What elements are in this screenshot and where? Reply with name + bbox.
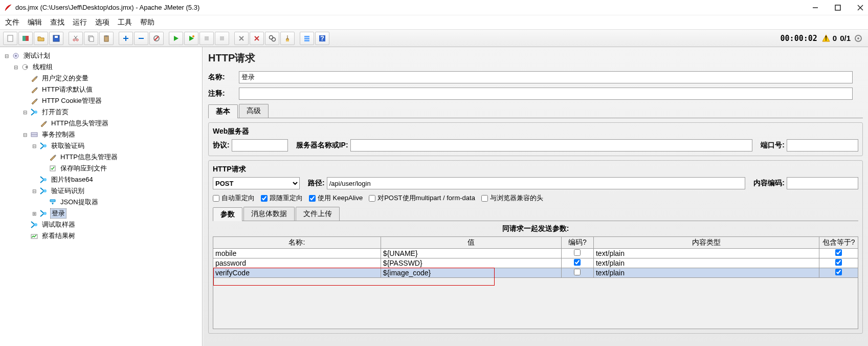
tree-login[interactable]: ⊞登录 [31, 208, 202, 219]
tree-captcha-ocr[interactable]: ⊟验证码识别 [31, 185, 202, 197]
svg-rect-30 [304, 40, 309, 41]
tree-test-plan[interactable]: ⊟ 测试计划 [3, 50, 202, 61]
warning-icon[interactable]: ! [821, 34, 831, 43]
toggle-icon[interactable]: ⊟ [21, 132, 29, 138]
tree-debug-sampler[interactable]: 调试取样器 [21, 219, 202, 230]
check-auto-redirect[interactable]: 自动重定向 [213, 193, 255, 203]
function-helper-button[interactable] [300, 32, 314, 45]
menu-options[interactable]: 选项 [95, 18, 109, 27]
svg-point-26 [272, 37, 276, 41]
toggle-icon[interactable]: ⊟ [31, 188, 38, 194]
save-button[interactable] [49, 32, 63, 45]
svg-rect-1 [835, 5, 840, 10]
encoding-label: 内容编码: [753, 179, 785, 188]
menu-file[interactable]: 文件 [5, 18, 19, 27]
table-row[interactable]: mobile${UNAME}text/plain [213, 249, 858, 258]
tree-cookie-mgr[interactable]: HTTP Cookie管理器 [21, 95, 202, 106]
svg-point-46 [43, 212, 47, 215]
minimize-button[interactable] [812, 4, 819, 11]
svg-point-42 [43, 144, 47, 147]
clear-button[interactable] [234, 32, 249, 45]
new-button[interactable] [3, 32, 17, 45]
sampler-icon [30, 107, 39, 117]
check-browser-headers[interactable]: 与浏览器兼容的头 [481, 193, 543, 203]
name-input[interactable] [239, 71, 853, 83]
tree-txn-ctrl[interactable]: ⊟事务控制器 [21, 129, 202, 140]
maximize-button[interactable] [834, 4, 841, 11]
tree-pane[interactable]: ⊟ 测试计划 ⊟ 线程组 用户定义的变量 [0, 47, 203, 346]
controller-icon [30, 130, 39, 139]
protocol-input[interactable] [232, 139, 288, 152]
tabbar: 基本 高级 [208, 104, 863, 118]
shutdown-button[interactable] [215, 32, 229, 45]
col-name: 名称: [213, 237, 381, 249]
threads-icon[interactable] [854, 34, 863, 43]
table-row[interactable]: verifyCode${image_code}text/plain [213, 268, 858, 278]
expand-button[interactable] [119, 32, 133, 45]
port-input[interactable] [787, 139, 858, 152]
clear-all-button[interactable] [250, 32, 264, 45]
comment-input[interactable] [239, 88, 853, 100]
search-button[interactable] [265, 32, 279, 45]
tree-http-defaults[interactable]: HTTP请求默认值 [21, 84, 202, 95]
cut-button[interactable] [69, 32, 83, 45]
titlebar: dos.jmx (C:\Users\Jeff\Desktop\dos.jmx) … [0, 0, 868, 15]
menu-run[interactable]: 运行 [73, 18, 87, 27]
tree-open-home-header[interactable]: HTTP信息头管理器 [31, 118, 202, 129]
menu-help[interactable]: 帮助 [140, 18, 154, 27]
config-icon [39, 119, 48, 128]
subtab-body[interactable]: 消息体数据 [243, 207, 295, 221]
tree-json-extractor[interactable]: JSON提取器 [40, 197, 202, 208]
start-no-pauses-button[interactable] [184, 32, 198, 45]
tree-get-captcha[interactable]: ⊟获取验证码 [31, 140, 202, 152]
table-row[interactable]: password${PASSWD}text/plain [213, 258, 858, 268]
tree-thread-group[interactable]: ⊟ 线程组 [12, 61, 202, 73]
tab-advanced[interactable]: 高级 [239, 104, 269, 118]
open-button[interactable] [34, 32, 48, 45]
toggle-icon[interactable]: ⊟ [31, 143, 38, 149]
app-icon [4, 4, 12, 12]
check-keepalive[interactable]: 使用 KeepAlive [309, 193, 363, 203]
templates-button[interactable] [18, 32, 33, 45]
toggle-icon[interactable]: ⊟ [12, 64, 19, 70]
tree-view-results[interactable]: 察看结果树 [21, 230, 202, 242]
tree-get-captcha-header[interactable]: HTTP信息头管理器 [40, 152, 202, 163]
subtab-params[interactable]: 参数 [213, 207, 242, 221]
svg-point-45 [43, 189, 47, 192]
stop-button[interactable] [199, 32, 214, 45]
reset-search-button[interactable] [280, 32, 295, 45]
collapse-button[interactable] [134, 32, 148, 45]
paste-button[interactable] [99, 32, 114, 45]
path-input[interactable] [327, 177, 746, 189]
config-icon [30, 74, 39, 83]
svg-rect-8 [55, 36, 58, 38]
toggle-icon[interactable]: ⊞ [31, 211, 38, 217]
tree-user-vars[interactable]: 用户定义的变量 [21, 73, 202, 84]
tree-open-home[interactable]: ⊟打开首页 [21, 106, 202, 118]
toggle-icon[interactable]: ⊟ [21, 110, 29, 115]
server-input[interactable] [350, 139, 753, 152]
window-title: dos.jmx (C:\Users\Jeff\Desktop\dos.jmx) … [15, 4, 812, 11]
tree-save-resp-file[interactable]: 保存响应到文件 [40, 163, 202, 174]
postproc-icon [48, 198, 57, 207]
check-follow-redirect[interactable]: 跟随重定向 [261, 193, 303, 203]
col-value: 值 [381, 237, 561, 249]
subtab-files[interactable]: 文件上传 [296, 207, 340, 221]
close-button[interactable] [857, 4, 864, 11]
toggle-icon[interactable]: ⊟ [3, 53, 10, 59]
tab-basic[interactable]: 基本 [208, 104, 238, 118]
menu-tools[interactable]: 工具 [118, 18, 132, 27]
svg-rect-16 [105, 35, 107, 37]
menu-search[interactable]: 查找 [50, 18, 64, 27]
params-table[interactable]: 名称: 值 编码? 内容类型 包含等于? mobile${UNAME}text/… [213, 236, 858, 278]
copy-button[interactable] [84, 32, 98, 45]
help-button[interactable]: ? [315, 32, 329, 45]
method-select[interactable]: POST [213, 177, 300, 189]
check-multipart[interactable]: 对POST使用multipart / form-data [369, 193, 475, 203]
menu-edit[interactable]: 编辑 [28, 18, 42, 27]
start-button[interactable] [169, 32, 183, 45]
svg-rect-27 [286, 39, 289, 41]
toggle-button[interactable] [149, 32, 164, 45]
encoding-input[interactable] [787, 177, 858, 189]
tree-img-base64[interactable]: 图片转base64 [31, 174, 202, 185]
